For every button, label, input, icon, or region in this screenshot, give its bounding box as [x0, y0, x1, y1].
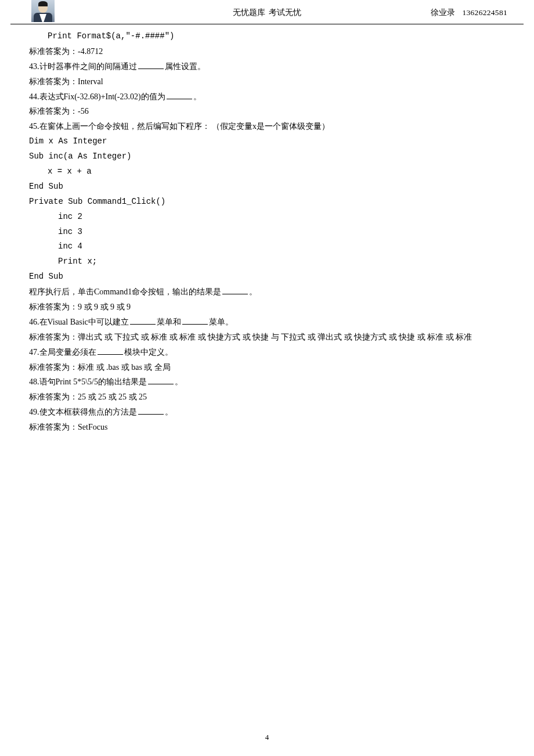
blank-icon: [182, 316, 208, 325]
q48-pre: 48.语句Print 5*5\5/5的输出结果是: [29, 377, 147, 386]
q47-post: 模块中定义。: [124, 348, 173, 357]
q47-pre: 47.全局变量必须在: [29, 348, 96, 357]
answer-prefix: 标准答案为：: [29, 393, 78, 401]
blank-icon: [138, 406, 164, 415]
q44-pre: 44.表达式Fix(-32.68)+Int(-23.02)的值为: [29, 92, 165, 101]
header-title-left: 无忧题库: [233, 8, 265, 17]
question-45-after: 程序执行后，单击Command1命令按钮，输出的结果是。: [29, 285, 511, 300]
avatar: [31, 0, 55, 22]
blank-icon: [148, 376, 174, 384]
code-line: Print Format$(a,"-#.####"): [29, 29, 511, 44]
blank-icon: [138, 61, 164, 69]
answer-value: 弹出式 或 下拉式 或 标准 或 标准 或 快捷方式 或 快捷 与 下拉式 或 …: [78, 333, 472, 341]
code-line: Dim x As Integer: [29, 134, 511, 149]
code-line: Sub inc(a As Integer): [29, 149, 511, 164]
page-number: 4: [0, 730, 534, 744]
blank-icon: [167, 91, 192, 99]
answer-value: 25 或 25 或 25 或 25: [78, 393, 147, 401]
code-line: End Sub: [29, 179, 511, 195]
answer-43: 标准答案为：Interval: [29, 74, 511, 89]
answer-prefix: 标准答案为：: [29, 107, 78, 116]
answer-48: 标准答案为：25 或 25 或 25 或 25: [29, 390, 511, 405]
question-48: 48.语句Print 5*5\5/5的输出结果是。: [29, 375, 511, 390]
q48-post: 。: [175, 377, 183, 386]
answer-value: SetFocus: [78, 423, 107, 431]
question-46: 46.在Visual Basic中可以建立菜单和菜单。: [29, 315, 511, 330]
answer-value: Interval: [78, 77, 103, 86]
q46-mid: 菜单和: [157, 318, 181, 326]
answer-value: 标准 或 .bas 或 bas 或 全局: [78, 363, 171, 372]
code-line: x = x + a: [29, 164, 511, 179]
question-49: 49.使文本框获得焦点的方法是。: [29, 405, 511, 420]
answer-47: 标准答案为：标准 或 .bas 或 bas 或 全局: [29, 360, 511, 375]
header-right: 徐业录13626224581: [431, 6, 507, 20]
answer-44: 标准答案为：-56: [29, 104, 511, 119]
q44-post: 。: [193, 92, 201, 101]
answer-46: 标准答案为：弹出式 或 下拉式 或 标准 或 标准 或 快捷方式 或 快捷 与 …: [29, 330, 511, 345]
answer-prefix: 标准答案为：: [29, 423, 78, 431]
answer-45: 标准答案为：9 或 9 或 9 或 9: [29, 300, 511, 315]
answer-value: -4.8712: [78, 47, 103, 56]
answer-42: 标准答案为：-4.8712: [29, 44, 511, 59]
q43-pre: 43.计时器事件之间的间隔通过: [29, 62, 137, 71]
code-line: Private Sub Command1_Click(): [29, 195, 511, 210]
code-line: Print x;: [29, 254, 511, 269]
answer-prefix: 标准答案为：: [29, 363, 78, 372]
q43-post: 属性设置。: [165, 62, 205, 71]
answer-value: -56: [78, 107, 89, 116]
code-line: inc 2: [29, 210, 511, 225]
answer-49: 标准答案为：SetFocus: [29, 420, 511, 435]
code-line: inc 4: [29, 239, 511, 254]
code-line: inc 3: [29, 225, 511, 240]
page-header: 无忧题库 考试无忧 徐业录13626224581: [10, 0, 524, 24]
content-body: Print Format$(a,"-#.####") 标准答案为：-4.8712…: [0, 24, 534, 435]
q45-after-post: 。: [249, 287, 257, 296]
header-phone: 13626224581: [462, 8, 507, 17]
q46-post: 菜单。: [209, 318, 233, 326]
q45-after-pre: 程序执行后，单击Command1命令按钮，输出的结果是: [29, 287, 221, 296]
q49-post: 。: [165, 408, 173, 416]
answer-prefix: 标准答案为：: [29, 333, 78, 341]
header-title-right: 考试无忧: [269, 8, 301, 17]
header-author: 徐业录: [431, 8, 455, 17]
q46-pre: 46.在Visual Basic中可以建立: [29, 318, 129, 326]
code-line: End Sub: [29, 269, 511, 285]
answer-prefix: 标准答案为：: [29, 303, 78, 311]
blank-icon: [98, 347, 123, 355]
question-45: 45.在窗体上画一个命令按钮，然后编写如下程序： （假定变量x是一个窗体级变量）: [29, 119, 511, 134]
header-title: 无忧题库 考试无忧: [233, 6, 302, 20]
answer-prefix: 标准答案为：: [29, 47, 78, 56]
blank-icon: [222, 286, 248, 294]
question-47: 47.全局变量必须在模块中定义。: [29, 345, 511, 360]
blank-icon: [130, 316, 156, 325]
answer-prefix: 标准答案为：: [29, 77, 78, 86]
question-44: 44.表达式Fix(-32.68)+Int(-23.02)的值为。: [29, 89, 511, 105]
answer-value: 9 或 9 或 9 或 9: [78, 303, 131, 311]
question-43: 43.计时器事件之间的间隔通过属性设置。: [29, 59, 511, 74]
q49-pre: 49.使文本框获得焦点的方法是: [29, 408, 137, 416]
